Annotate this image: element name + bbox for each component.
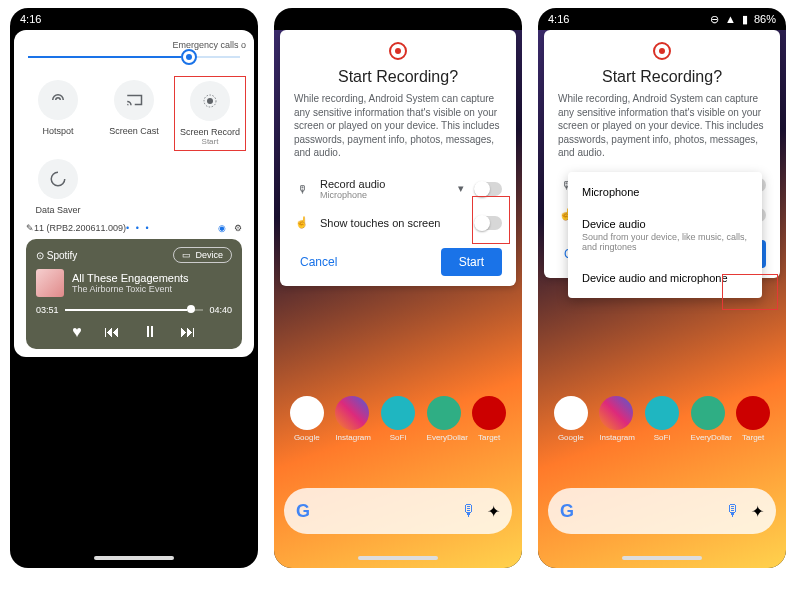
- phone-1: 4:16 Emergency calls o Hotspot Screen Ca…: [10, 8, 258, 568]
- tile-data-saver[interactable]: Data Saver: [22, 155, 94, 219]
- toggle-record-audio[interactable]: [474, 182, 502, 196]
- record-icon: [190, 81, 230, 121]
- tile-sublabel: Start: [177, 137, 243, 146]
- dialog-title: Start Recording?: [558, 68, 766, 86]
- option-record-audio[interactable]: 🎙 Record audioMicrophone ▾: [294, 170, 502, 208]
- settings-icon[interactable]: ⚙: [234, 223, 242, 233]
- highlight-box: [472, 196, 510, 244]
- brightness-slider[interactable]: [28, 56, 240, 58]
- status-bar: 4:16: [10, 8, 258, 30]
- track-artist: The Airborne Toxic Event: [72, 284, 189, 294]
- prev-button[interactable]: ⏮: [104, 323, 120, 341]
- time-elapsed: 03:51: [36, 305, 59, 315]
- svg-point-0: [207, 98, 213, 104]
- cancel-button[interactable]: Cancel: [294, 249, 343, 275]
- app-target[interactable]: Target: [472, 396, 506, 442]
- app-instagram[interactable]: Instagram: [599, 396, 633, 442]
- clock: 4:16: [20, 13, 41, 25]
- tile-label: Hotspot: [24, 126, 92, 136]
- page-dots: • • •: [126, 223, 150, 233]
- mic-icon[interactable]: 🎙: [725, 502, 741, 520]
- player-app: ⊙ Spotify: [36, 250, 77, 261]
- signal-icon: ▲: [725, 13, 736, 25]
- start-recording-dialog: Start Recording? While recording, Androi…: [280, 30, 516, 286]
- menu-item-microphone[interactable]: Microphone: [568, 176, 762, 208]
- nav-bar[interactable]: [622, 556, 702, 560]
- option-show-touches[interactable]: ☝ Show touches on screen: [294, 208, 502, 238]
- app-row: Google Instagram SoFi EveryDollar Target: [274, 396, 522, 442]
- app-target[interactable]: Target: [736, 396, 770, 442]
- search-bar[interactable]: G 🎙 ✦: [284, 488, 512, 534]
- touch-icon: ☝: [294, 216, 310, 229]
- dialog-body: While recording, Android System can capt…: [558, 92, 766, 160]
- highlight-box: [722, 274, 778, 310]
- app-everydollar[interactable]: EveryDollar: [427, 396, 461, 442]
- app-row: Google Instagram SoFi EveryDollar Target: [538, 396, 786, 442]
- search-bar[interactable]: G 🎙 ✦: [548, 488, 776, 534]
- app-sofi[interactable]: SoFi: [381, 396, 415, 442]
- album-art: [36, 269, 64, 297]
- tile-screen-record[interactable]: Screen Record Start: [174, 76, 246, 151]
- chevron-down-icon[interactable]: ▾: [458, 182, 464, 195]
- gear-icon[interactable]: [181, 49, 197, 65]
- tile-hotspot[interactable]: Hotspot: [22, 76, 94, 151]
- app-instagram[interactable]: Instagram: [335, 396, 369, 442]
- device-icon: ▭: [182, 250, 191, 260]
- dialog-body: While recording, Android System can capt…: [294, 92, 502, 160]
- status-bar: 4:16 ⊖ ▲ ▮ 86%: [538, 8, 786, 30]
- output-chip[interactable]: ▭Device: [173, 247, 232, 263]
- emergency-label: Emergency calls o: [22, 40, 246, 50]
- mic-icon: 🎙: [294, 183, 310, 195]
- app-sofi[interactable]: SoFi: [645, 396, 679, 442]
- seek-bar[interactable]: [65, 309, 204, 311]
- track-title: All These Engagements: [72, 272, 189, 284]
- next-button[interactable]: ⏭: [180, 323, 196, 341]
- nav-bar[interactable]: [94, 556, 174, 560]
- tile-cast[interactable]: Screen Cast: [98, 76, 170, 151]
- battery-pct: 86%: [754, 13, 776, 25]
- hotspot-icon: [38, 80, 78, 120]
- user-icon[interactable]: ◉: [218, 223, 226, 233]
- quick-settings-panel: Emergency calls o Hotspot Screen Cast Sc…: [14, 30, 254, 357]
- data-saver-icon: [38, 159, 78, 199]
- phone-3: Google Instagram SoFi EveryDollar Target…: [538, 8, 786, 568]
- google-g-icon: G: [296, 501, 310, 522]
- pause-button[interactable]: ⏸: [142, 323, 158, 341]
- menu-item-device-audio[interactable]: Device audioSound from your device, like…: [568, 208, 762, 262]
- record-icon: [389, 42, 407, 60]
- phone-2: Google Instagram SoFi EveryDollar Target…: [274, 8, 522, 568]
- time-total: 04:40: [209, 305, 232, 315]
- battery-icon: ▮: [742, 13, 748, 26]
- app-google[interactable]: Google: [554, 396, 588, 442]
- dialog-title: Start Recording?: [294, 68, 502, 86]
- tile-label: Data Saver: [24, 205, 92, 215]
- start-button[interactable]: Start: [441, 248, 502, 276]
- build-label: 11 (RPB2.200611.009): [34, 223, 126, 233]
- app-everydollar[interactable]: EveryDollar: [691, 396, 725, 442]
- status-bar: [274, 8, 522, 30]
- record-icon: [653, 42, 671, 60]
- google-g-icon: G: [560, 501, 574, 522]
- nav-bar[interactable]: [358, 556, 438, 560]
- assistant-icon[interactable]: ✦: [751, 502, 764, 521]
- media-player: ⊙ Spotify ▭Device All These Engagements …: [26, 239, 242, 349]
- like-button[interactable]: ♥: [72, 323, 82, 341]
- edit-icon[interactable]: ✎: [26, 223, 34, 233]
- app-google[interactable]: Google: [290, 396, 324, 442]
- tile-label: Screen Cast: [100, 126, 168, 136]
- assistant-icon[interactable]: ✦: [487, 502, 500, 521]
- dnd-icon: ⊖: [710, 13, 719, 26]
- tile-label: Screen Record: [177, 127, 243, 137]
- mic-icon[interactable]: 🎙: [461, 502, 477, 520]
- clock: 4:16: [548, 13, 569, 25]
- cast-icon: [114, 80, 154, 120]
